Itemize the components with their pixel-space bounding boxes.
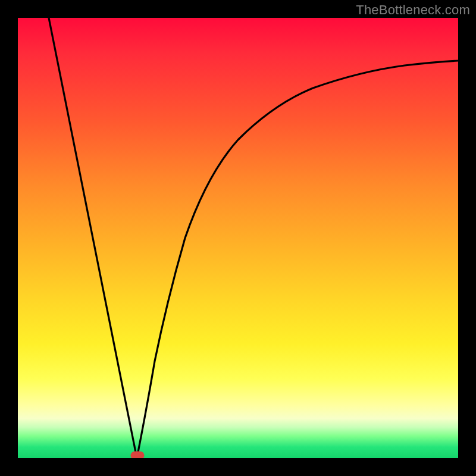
chart-curve [18,18,458,458]
watermark-text: TheBottleneck.com [356,2,470,18]
min-marker [131,452,144,458]
chart-frame: TheBottleneck.com [0,0,476,476]
right-branch [137,61,458,458]
left-branch [49,18,137,458]
plot-area [18,18,458,458]
